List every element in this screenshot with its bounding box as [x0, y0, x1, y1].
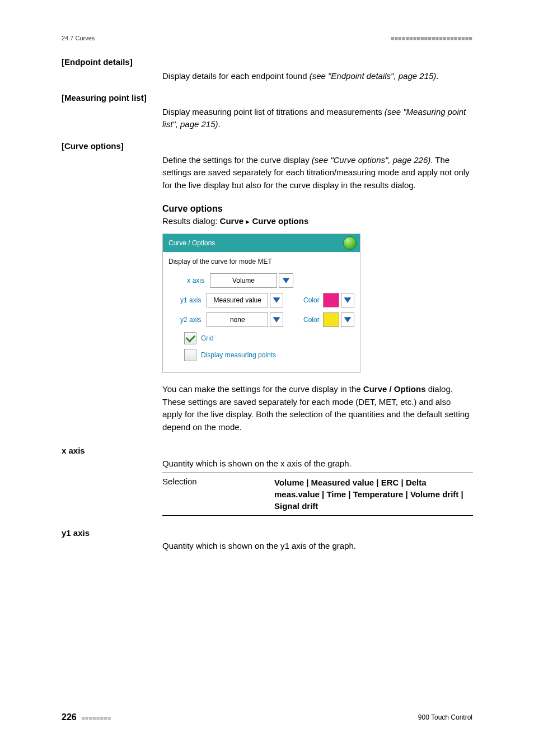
curve-options-dialog: Curve / Options Display of the curve for… — [162, 234, 360, 373]
y1-axis-select[interactable]: Measured value — [207, 293, 268, 307]
y2-axis-dropdown-button[interactable] — [270, 312, 283, 327]
curve-options-breadcrumb: Results dialog: Curve ▶ Curve options — [162, 216, 472, 226]
y1-axis-dropdown-button[interactable] — [270, 293, 283, 307]
page-number: 226 ■■■■■■■■ — [62, 712, 111, 722]
svg-marker-0 — [283, 278, 290, 283]
grid-check-row: Grid — [168, 332, 354, 344]
def-label: [Curve options] — [62, 141, 472, 151]
def-endpoint-details: [Endpoint details] Display details for e… — [62, 57, 472, 83]
def-body-ref: (see "Curve options", page 226) — [312, 155, 430, 165]
x-axis-label: x axis — [168, 277, 210, 284]
def-body: Define the settings for the curve displa… — [162, 154, 472, 192]
chevron-down-icon — [282, 277, 291, 284]
grid-check-label: Grid — [201, 334, 214, 342]
section-path: 24.7 Curves — [62, 35, 95, 41]
y1-color-swatch[interactable] — [323, 293, 339, 307]
y1-axis-desc: Quantity which is shown on the y1 axis o… — [162, 541, 472, 550]
def-body-suffix: . — [218, 119, 221, 129]
dialog-subtitle: Display of the curve for mode MET — [168, 255, 354, 273]
def-curve-options: [Curve options] Define the settings for … — [62, 141, 472, 192]
y1-axis-label: y1 axis — [168, 296, 207, 304]
breadcrumb-prefix: Results dialog: — [162, 216, 220, 226]
def-body-text: Define the settings for the curve displa… — [162, 155, 312, 165]
explainer-a: You can make the settings for the curve … — [162, 384, 363, 394]
y1-axis-heading: y1 axis — [62, 528, 472, 538]
grid-checkbox[interactable] — [184, 332, 196, 344]
x-axis-select[interactable]: Volume — [210, 273, 277, 288]
svg-marker-1 — [273, 297, 280, 303]
row-y1-axis: y1 axis Measured value Color — [168, 293, 354, 307]
page-number-value: 226 — [62, 712, 77, 722]
dialog-title: Curve / Options — [168, 239, 215, 247]
chevron-down-icon — [272, 296, 281, 304]
help-icon[interactable] — [343, 236, 357, 250]
page-header: 24.7 Curves ■■■■■■■■■■■■■■■■■■■■■■ — [62, 35, 472, 41]
row-x-axis: x axis Volume — [168, 273, 354, 288]
y1-color-label: Color — [283, 296, 323, 304]
x-axis-selection-table: Selection Volume | Measured value | ERC … — [162, 473, 473, 516]
y2-axis-select[interactable]: none — [207, 312, 268, 327]
dialog-titlebar: Curve / Options — [163, 234, 360, 252]
product-name: 900 Touch Control — [418, 713, 472, 721]
row-y2-axis: y2 axis none Color — [168, 312, 354, 327]
chevron-right-icon: ▶ — [246, 219, 250, 225]
explainer-bold: Curve / Options — [363, 384, 426, 394]
y2-color-dropdown-button[interactable] — [341, 312, 354, 327]
def-body: Display measuring point list of titratio… — [162, 106, 472, 131]
def-body-text: Display details for each endpoint found — [162, 71, 310, 81]
y2-color-swatch[interactable] — [323, 312, 339, 327]
x-axis-heading: x axis — [62, 446, 472, 455]
x-axis-desc: Quantity which is shown on the x axis of… — [162, 459, 472, 468]
points-check-row: Display measuring points — [168, 349, 354, 361]
chevron-down-icon — [343, 316, 352, 324]
page-footer: 226 ■■■■■■■■ 900 Touch Control — [62, 712, 472, 722]
svg-marker-2 — [344, 297, 352, 303]
breadcrumb-curve-options: Curve options — [252, 216, 308, 226]
y1-color-dropdown-button[interactable] — [341, 293, 354, 307]
def-measuring-point-list: [Measuring point list] Display measuring… — [62, 93, 472, 131]
y2-color-label: Color — [283, 316, 323, 324]
footer-bars: ■■■■■■■■ — [81, 715, 111, 721]
chevron-down-icon — [343, 296, 352, 304]
header-bars: ■■■■■■■■■■■■■■■■■■■■■■ — [391, 35, 472, 41]
def-body-ref: (see "Endpoint details", page 215) — [310, 71, 437, 81]
x-axis-dropdown-button[interactable] — [279, 273, 293, 288]
display-points-checkbox[interactable] — [184, 349, 196, 361]
svg-marker-3 — [273, 317, 280, 323]
def-body-suffix: . — [436, 71, 438, 81]
svg-marker-4 — [344, 317, 352, 323]
y2-axis-label: y2 axis — [168, 316, 207, 324]
selection-key: Selection — [162, 477, 274, 512]
def-body-text: Display measuring point list of titratio… — [162, 107, 385, 116]
curve-options-heading: Curve options — [162, 204, 472, 214]
def-body: Display details for each endpoint found … — [162, 70, 472, 83]
chevron-down-icon — [272, 316, 281, 324]
selection-value: Volume | Measured value | ERC | Delta me… — [274, 477, 473, 512]
curve-options-explainer: You can make the settings for the curve … — [162, 383, 472, 433]
def-label: [Measuring point list] — [62, 93, 472, 102]
def-label: [Endpoint details] — [62, 57, 472, 67]
breadcrumb-curve: Curve — [220, 216, 244, 226]
display-points-label: Display measuring points — [201, 351, 276, 359]
